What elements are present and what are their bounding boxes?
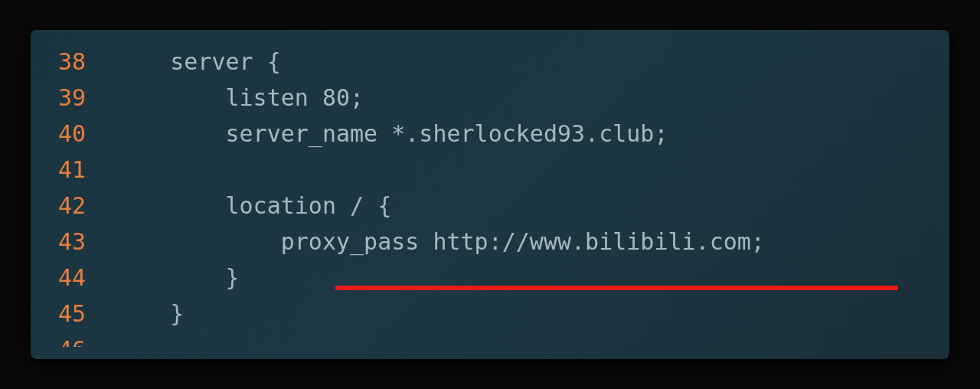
code-content: 37 38 server { 39 listen 80; 40 server_n…: [31, 30, 949, 359]
line-number: 40: [31, 116, 115, 152]
code-line: 39 listen 80;: [31, 80, 949, 116]
line-code: location / {: [115, 188, 391, 224]
line-number: 39: [31, 80, 115, 116]
line-code: }: [115, 260, 240, 296]
line-code: }: [115, 296, 184, 332]
line-number: 43: [31, 224, 115, 260]
code-line: 38 server {: [31, 44, 949, 80]
code-editor-panel: 37 38 server { 39 listen 80; 40 server_n…: [31, 30, 949, 359]
line-code: server_name *.sherlocked93.club;: [115, 116, 668, 152]
code-line: 43 proxy_pass http://www.bilibili.com;: [31, 224, 949, 260]
line-number: 46: [31, 332, 115, 347]
code-line: 41: [31, 152, 949, 188]
line-code: proxy_pass http://www.bilibili.com;: [115, 224, 765, 260]
code-line-partial: 37: [31, 30, 949, 44]
line-code: server {: [115, 44, 281, 80]
line-number: 38: [31, 44, 115, 80]
code-line-partial: 46: [31, 332, 949, 347]
line-code: listen 80;: [115, 80, 364, 116]
line-number: 41: [31, 152, 115, 188]
red-underline-annotation: [335, 286, 898, 290]
line-number: 42: [31, 188, 115, 224]
line-number: 45: [31, 296, 115, 332]
code-line: 40 server_name *.sherlocked93.club;: [31, 116, 949, 152]
code-line: 45 }: [31, 296, 949, 332]
line-number: 44: [31, 260, 115, 296]
code-line: 42 location / {: [31, 188, 949, 224]
